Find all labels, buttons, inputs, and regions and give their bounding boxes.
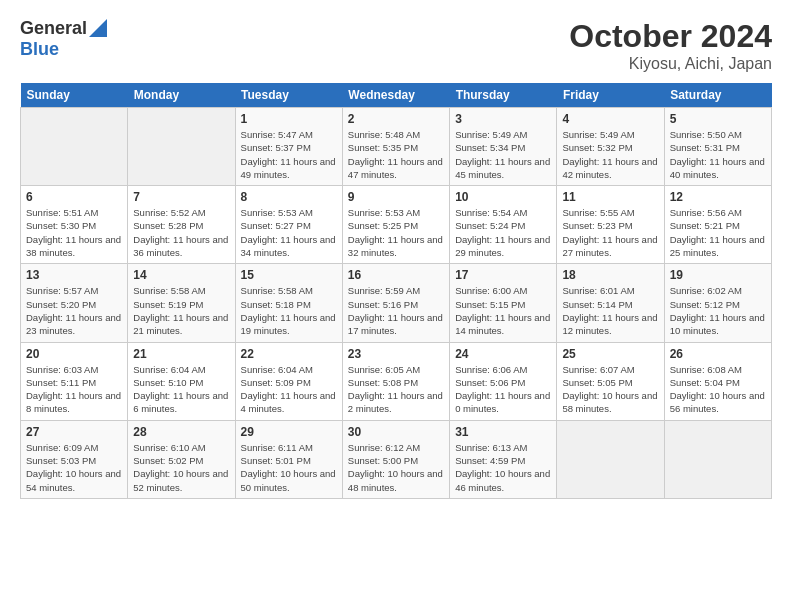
day-number: 2 bbox=[348, 112, 444, 126]
day-number: 7 bbox=[133, 190, 229, 204]
calendar-cell: 2Sunrise: 5:48 AM Sunset: 5:35 PM Daylig… bbox=[342, 108, 449, 186]
day-number: 31 bbox=[455, 425, 551, 439]
day-number: 25 bbox=[562, 347, 658, 361]
calendar-cell: 15Sunrise: 5:58 AM Sunset: 5:18 PM Dayli… bbox=[235, 264, 342, 342]
week-row-2: 6Sunrise: 5:51 AM Sunset: 5:30 PM Daylig… bbox=[21, 186, 772, 264]
calendar-table: SundayMondayTuesdayWednesdayThursdayFrid… bbox=[20, 83, 772, 499]
logo: General Blue bbox=[20, 18, 107, 60]
day-info: Sunrise: 6:07 AM Sunset: 5:05 PM Dayligh… bbox=[562, 363, 658, 416]
day-info: Sunrise: 5:52 AM Sunset: 5:28 PM Dayligh… bbox=[133, 206, 229, 259]
day-info: Sunrise: 5:47 AM Sunset: 5:37 PM Dayligh… bbox=[241, 128, 337, 181]
calendar-cell: 8Sunrise: 5:53 AM Sunset: 5:27 PM Daylig… bbox=[235, 186, 342, 264]
calendar-cell: 25Sunrise: 6:07 AM Sunset: 5:05 PM Dayli… bbox=[557, 342, 664, 420]
day-number: 28 bbox=[133, 425, 229, 439]
calendar-cell: 30Sunrise: 6:12 AM Sunset: 5:00 PM Dayli… bbox=[342, 420, 449, 498]
day-info: Sunrise: 6:05 AM Sunset: 5:08 PM Dayligh… bbox=[348, 363, 444, 416]
title-block: October 2024 Kiyosu, Aichi, Japan bbox=[569, 18, 772, 73]
calendar-cell: 7Sunrise: 5:52 AM Sunset: 5:28 PM Daylig… bbox=[128, 186, 235, 264]
calendar-cell: 24Sunrise: 6:06 AM Sunset: 5:06 PM Dayli… bbox=[450, 342, 557, 420]
day-number: 18 bbox=[562, 268, 658, 282]
day-info: Sunrise: 6:12 AM Sunset: 5:00 PM Dayligh… bbox=[348, 441, 444, 494]
calendar-cell bbox=[21, 108, 128, 186]
calendar-cell: 16Sunrise: 5:59 AM Sunset: 5:16 PM Dayli… bbox=[342, 264, 449, 342]
day-info: Sunrise: 5:54 AM Sunset: 5:24 PM Dayligh… bbox=[455, 206, 551, 259]
day-number: 1 bbox=[241, 112, 337, 126]
calendar-cell: 6Sunrise: 5:51 AM Sunset: 5:30 PM Daylig… bbox=[21, 186, 128, 264]
day-info: Sunrise: 6:04 AM Sunset: 5:10 PM Dayligh… bbox=[133, 363, 229, 416]
week-row-3: 13Sunrise: 5:57 AM Sunset: 5:20 PM Dayli… bbox=[21, 264, 772, 342]
day-info: Sunrise: 5:58 AM Sunset: 5:19 PM Dayligh… bbox=[133, 284, 229, 337]
day-header-tuesday: Tuesday bbox=[235, 83, 342, 108]
day-info: Sunrise: 5:56 AM Sunset: 5:21 PM Dayligh… bbox=[670, 206, 766, 259]
calendar-cell: 29Sunrise: 6:11 AM Sunset: 5:01 PM Dayli… bbox=[235, 420, 342, 498]
calendar-cell: 4Sunrise: 5:49 AM Sunset: 5:32 PM Daylig… bbox=[557, 108, 664, 186]
calendar-cell: 28Sunrise: 6:10 AM Sunset: 5:02 PM Dayli… bbox=[128, 420, 235, 498]
day-info: Sunrise: 6:10 AM Sunset: 5:02 PM Dayligh… bbox=[133, 441, 229, 494]
page-title: October 2024 bbox=[569, 18, 772, 55]
calendar-cell: 1Sunrise: 5:47 AM Sunset: 5:37 PM Daylig… bbox=[235, 108, 342, 186]
week-row-5: 27Sunrise: 6:09 AM Sunset: 5:03 PM Dayli… bbox=[21, 420, 772, 498]
day-number: 6 bbox=[26, 190, 122, 204]
day-info: Sunrise: 6:00 AM Sunset: 5:15 PM Dayligh… bbox=[455, 284, 551, 337]
day-number: 19 bbox=[670, 268, 766, 282]
day-header-saturday: Saturday bbox=[664, 83, 771, 108]
day-number: 14 bbox=[133, 268, 229, 282]
day-info: Sunrise: 5:53 AM Sunset: 5:27 PM Dayligh… bbox=[241, 206, 337, 259]
day-number: 3 bbox=[455, 112, 551, 126]
day-info: Sunrise: 5:57 AM Sunset: 5:20 PM Dayligh… bbox=[26, 284, 122, 337]
day-number: 15 bbox=[241, 268, 337, 282]
day-number: 16 bbox=[348, 268, 444, 282]
day-info: Sunrise: 5:51 AM Sunset: 5:30 PM Dayligh… bbox=[26, 206, 122, 259]
calendar-cell: 11Sunrise: 5:55 AM Sunset: 5:23 PM Dayli… bbox=[557, 186, 664, 264]
calendar-cell: 10Sunrise: 5:54 AM Sunset: 5:24 PM Dayli… bbox=[450, 186, 557, 264]
svg-marker-0 bbox=[89, 19, 107, 37]
calendar-cell: 23Sunrise: 6:05 AM Sunset: 5:08 PM Dayli… bbox=[342, 342, 449, 420]
day-number: 26 bbox=[670, 347, 766, 361]
day-number: 9 bbox=[348, 190, 444, 204]
day-number: 10 bbox=[455, 190, 551, 204]
day-number: 13 bbox=[26, 268, 122, 282]
calendar-cell: 26Sunrise: 6:08 AM Sunset: 5:04 PM Dayli… bbox=[664, 342, 771, 420]
day-info: Sunrise: 5:49 AM Sunset: 5:32 PM Dayligh… bbox=[562, 128, 658, 181]
day-info: Sunrise: 5:59 AM Sunset: 5:16 PM Dayligh… bbox=[348, 284, 444, 337]
day-info: Sunrise: 6:06 AM Sunset: 5:06 PM Dayligh… bbox=[455, 363, 551, 416]
day-info: Sunrise: 6:13 AM Sunset: 4:59 PM Dayligh… bbox=[455, 441, 551, 494]
day-number: 23 bbox=[348, 347, 444, 361]
day-number: 29 bbox=[241, 425, 337, 439]
day-info: Sunrise: 6:03 AM Sunset: 5:11 PM Dayligh… bbox=[26, 363, 122, 416]
calendar-cell: 9Sunrise: 5:53 AM Sunset: 5:25 PM Daylig… bbox=[342, 186, 449, 264]
calendar-cell: 13Sunrise: 5:57 AM Sunset: 5:20 PM Dayli… bbox=[21, 264, 128, 342]
calendar-header-row: SundayMondayTuesdayWednesdayThursdayFrid… bbox=[21, 83, 772, 108]
day-header-wednesday: Wednesday bbox=[342, 83, 449, 108]
calendar-cell bbox=[557, 420, 664, 498]
calendar-cell: 5Sunrise: 5:50 AM Sunset: 5:31 PM Daylig… bbox=[664, 108, 771, 186]
calendar-cell: 3Sunrise: 5:49 AM Sunset: 5:34 PM Daylig… bbox=[450, 108, 557, 186]
calendar-cell: 20Sunrise: 6:03 AM Sunset: 5:11 PM Dayli… bbox=[21, 342, 128, 420]
calendar-cell bbox=[664, 420, 771, 498]
logo-blue-text: Blue bbox=[20, 39, 59, 59]
day-info: Sunrise: 6:01 AM Sunset: 5:14 PM Dayligh… bbox=[562, 284, 658, 337]
day-info: Sunrise: 6:02 AM Sunset: 5:12 PM Dayligh… bbox=[670, 284, 766, 337]
day-info: Sunrise: 6:08 AM Sunset: 5:04 PM Dayligh… bbox=[670, 363, 766, 416]
calendar-cell: 22Sunrise: 6:04 AM Sunset: 5:09 PM Dayli… bbox=[235, 342, 342, 420]
day-info: Sunrise: 6:11 AM Sunset: 5:01 PM Dayligh… bbox=[241, 441, 337, 494]
calendar-cell: 14Sunrise: 5:58 AM Sunset: 5:19 PM Dayli… bbox=[128, 264, 235, 342]
day-number: 4 bbox=[562, 112, 658, 126]
day-number: 12 bbox=[670, 190, 766, 204]
calendar-cell: 19Sunrise: 6:02 AM Sunset: 5:12 PM Dayli… bbox=[664, 264, 771, 342]
day-number: 27 bbox=[26, 425, 122, 439]
day-info: Sunrise: 6:04 AM Sunset: 5:09 PM Dayligh… bbox=[241, 363, 337, 416]
day-info: Sunrise: 5:55 AM Sunset: 5:23 PM Dayligh… bbox=[562, 206, 658, 259]
day-header-sunday: Sunday bbox=[21, 83, 128, 108]
week-row-4: 20Sunrise: 6:03 AM Sunset: 5:11 PM Dayli… bbox=[21, 342, 772, 420]
day-number: 17 bbox=[455, 268, 551, 282]
logo-icon bbox=[89, 19, 107, 37]
day-info: Sunrise: 5:50 AM Sunset: 5:31 PM Dayligh… bbox=[670, 128, 766, 181]
day-info: Sunrise: 6:09 AM Sunset: 5:03 PM Dayligh… bbox=[26, 441, 122, 494]
day-info: Sunrise: 5:58 AM Sunset: 5:18 PM Dayligh… bbox=[241, 284, 337, 337]
logo-general-text: General bbox=[20, 18, 87, 39]
page-subtitle: Kiyosu, Aichi, Japan bbox=[569, 55, 772, 73]
day-header-thursday: Thursday bbox=[450, 83, 557, 108]
calendar-cell: 12Sunrise: 5:56 AM Sunset: 5:21 PM Dayli… bbox=[664, 186, 771, 264]
day-number: 24 bbox=[455, 347, 551, 361]
